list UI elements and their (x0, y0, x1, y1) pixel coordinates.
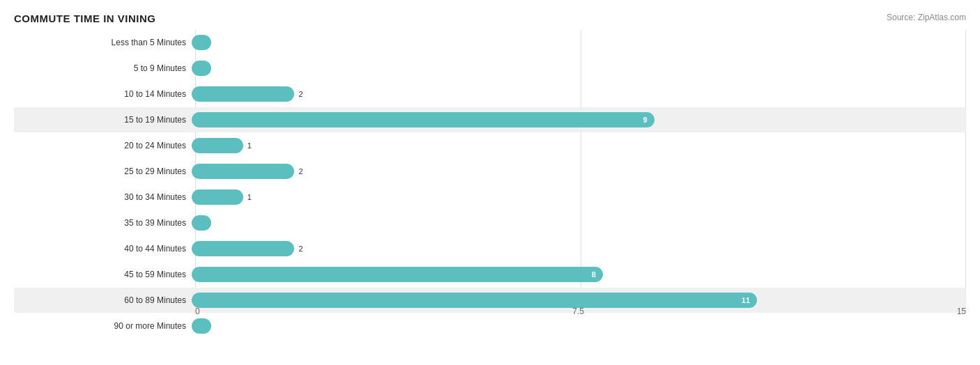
bar-value-label: 9 (643, 116, 647, 124)
bar (192, 138, 243, 153)
chart-container: COMMUTE TIME IN VINING Source: ZipAtlas.… (0, 0, 980, 365)
x-axis-label: 0 (195, 306, 200, 316)
row-label: Less than 5 Minutes (14, 38, 192, 47)
bar-track: 1 (192, 138, 966, 153)
bar: 8 (192, 267, 603, 282)
bar-track (192, 61, 966, 76)
bar-track: 9 (192, 112, 966, 127)
table-row: 30 to 34 Minutes1 (14, 185, 966, 210)
table-row: 40 to 44 Minutes2 (14, 236, 966, 261)
bar-track: 2 (192, 86, 966, 102)
row-label: 10 to 14 Minutes (14, 89, 192, 99)
bar: 9 (192, 112, 654, 127)
row-label: 30 to 34 Minutes (14, 192, 192, 202)
row-label: 45 to 59 Minutes (14, 270, 192, 279)
row-label: 60 to 89 Minutes (14, 295, 192, 305)
table-row: 45 to 59 Minutes8 (14, 262, 966, 287)
bar (192, 318, 211, 334)
rows-container: Less than 5 Minutes5 to 9 Minutes10 to 1… (14, 30, 966, 301)
bar-value-label: 2 (298, 90, 303, 98)
x-axis-label: 7.5 (572, 306, 584, 316)
bar (192, 61, 211, 76)
table-row: 15 to 19 Minutes9 (14, 107, 966, 132)
chart-area: Less than 5 Minutes5 to 9 Minutes10 to 1… (14, 30, 966, 316)
table-row: 20 to 24 Minutes1 (14, 133, 966, 158)
row-label: 25 to 29 Minutes (14, 166, 192, 176)
source-label: Source: ZipAtlas.com (887, 13, 966, 22)
bar-value-label: 1 (247, 141, 252, 150)
bar-value-label: 8 (592, 270, 596, 279)
row-label: 15 to 19 Minutes (14, 115, 192, 125)
bar (192, 35, 211, 50)
table-row: 35 to 39 Minutes (14, 210, 966, 235)
table-row: Less than 5 Minutes (14, 30, 966, 55)
bar (192, 86, 294, 102)
bar-track: 11 (192, 293, 966, 308)
bar (192, 164, 294, 179)
bar-track: 1 (192, 189, 966, 205)
bar-track (192, 318, 966, 334)
table-row: 10 to 14 Minutes2 (14, 81, 966, 107)
bar-track: 2 (192, 241, 966, 256)
table-row: 5 to 9 Minutes (14, 56, 966, 81)
bar-track (192, 35, 966, 50)
row-label: 20 to 24 Minutes (14, 141, 192, 150)
bar-value-label: 2 (298, 167, 303, 176)
table-row: 25 to 29 Minutes2 (14, 159, 966, 184)
bar-track: 8 (192, 267, 966, 282)
x-axis-label: 15 (957, 306, 966, 316)
bar (192, 215, 211, 231)
x-axis: 07.515 (195, 306, 966, 316)
row-label: 90 or more Minutes (14, 321, 192, 331)
bar-value-label: 1 (247, 193, 252, 201)
bar-track: 2 (192, 164, 966, 179)
bar-value-label: 11 (742, 296, 750, 304)
row-label: 35 to 39 Minutes (14, 218, 192, 228)
bar: 11 (192, 293, 757, 308)
table-row: 90 or more Minutes (14, 313, 966, 339)
chart-title: COMMUTE TIME IN VINING (14, 13, 966, 24)
bar (192, 241, 294, 256)
row-label: 40 to 44 Minutes (14, 244, 192, 254)
bar-value-label: 2 (298, 244, 303, 253)
bar (192, 189, 243, 205)
row-label: 5 to 9 Minutes (14, 63, 192, 73)
bar-track (192, 215, 966, 231)
